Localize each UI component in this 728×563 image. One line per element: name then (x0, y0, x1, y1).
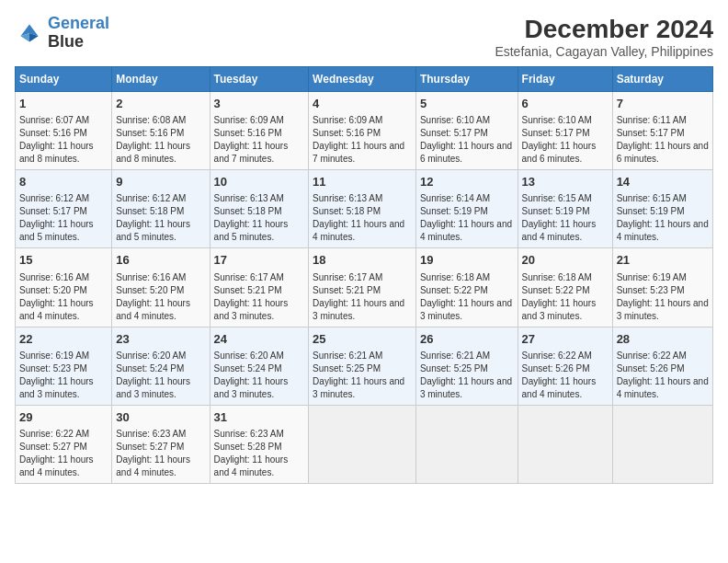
sunrise-time: Sunrise: 6:14 AM (420, 193, 490, 203)
sunset-time: Sunset: 5:25 PM (420, 363, 488, 373)
daylight-hours: Daylight: 11 hours and 3 minutes. (617, 298, 709, 321)
daylight-hours: Daylight: 11 hours and 4 minutes. (19, 454, 94, 477)
daylight-hours: Daylight: 11 hours and 5 minutes. (214, 219, 289, 242)
day-number: 7 (617, 96, 709, 112)
daylight-hours: Daylight: 11 hours and 3 minutes. (116, 376, 190, 399)
col-friday: Friday (518, 67, 612, 92)
sunrise-time: Sunrise: 6:12 AM (19, 193, 89, 203)
day-number: 30 (116, 409, 205, 426)
logo-icon (15, 18, 44, 48)
day-number: 18 (313, 252, 412, 269)
col-tuesday: Tuesday (210, 67, 309, 92)
sunset-time: Sunset: 5:19 PM (617, 206, 685, 216)
sunset-time: Sunset: 5:16 PM (116, 128, 184, 138)
sunset-time: Sunset: 5:25 PM (313, 363, 381, 373)
col-wednesday: Wednesday (309, 67, 416, 92)
sunrise-time: Sunrise: 6:09 AM (214, 115, 284, 125)
sunset-time: Sunset: 5:28 PM (214, 442, 282, 452)
sunrise-time: Sunrise: 6:08 AM (116, 115, 186, 125)
sunrise-time: Sunrise: 6:13 AM (214, 193, 284, 203)
table-row: 11 Sunrise: 6:13 AM Sunset: 5:18 PM Dayl… (309, 170, 416, 248)
sunrise-time: Sunrise: 6:17 AM (313, 272, 382, 282)
daylight-hours: Daylight: 11 hours and 4 minutes. (420, 219, 512, 242)
sunset-time: Sunset: 5:24 PM (116, 363, 184, 373)
table-row: 15 Sunrise: 6:16 AM Sunset: 5:20 PM Dayl… (16, 248, 112, 327)
daylight-hours: Daylight: 11 hours and 3 minutes. (214, 376, 289, 399)
sunrise-time: Sunrise: 6:15 AM (617, 193, 687, 203)
sunrise-time: Sunrise: 6:18 AM (420, 272, 490, 282)
sunset-time: Sunset: 5:16 PM (19, 128, 87, 138)
table-row: 17 Sunrise: 6:17 AM Sunset: 5:21 PM Dayl… (210, 248, 309, 327)
daylight-hours: Daylight: 11 hours and 4 minutes. (214, 454, 289, 477)
sunset-time: Sunset: 5:21 PM (214, 285, 282, 295)
daylight-hours: Daylight: 11 hours and 3 minutes. (420, 376, 512, 399)
daylight-hours: Daylight: 11 hours and 5 minutes. (19, 219, 94, 242)
day-number: 31 (214, 409, 305, 426)
sunset-time: Sunset: 5:16 PM (313, 128, 381, 138)
table-row: 26 Sunrise: 6:21 AM Sunset: 5:25 PM Dayl… (415, 327, 518, 405)
day-number: 17 (214, 252, 305, 269)
day-number: 12 (420, 174, 514, 190)
table-row: 4 Sunrise: 6:09 AM Sunset: 5:16 PM Dayli… (309, 92, 416, 170)
sunset-time: Sunset: 5:20 PM (116, 285, 184, 295)
sunrise-time: Sunrise: 6:21 AM (313, 350, 382, 361)
table-row (309, 405, 416, 483)
day-number: 15 (19, 252, 108, 269)
sunrise-time: Sunrise: 6:16 AM (19, 272, 89, 282)
sunset-time: Sunset: 5:19 PM (522, 206, 590, 216)
daylight-hours: Daylight: 11 hours and 7 minutes. (313, 141, 404, 164)
day-number: 24 (214, 331, 305, 348)
daylight-hours: Daylight: 11 hours and 4 minutes. (617, 219, 709, 242)
calendar-week-1: 1 Sunrise: 6:07 AM Sunset: 5:16 PM Dayli… (16, 92, 713, 170)
title-block: December 2024 Estefania, Cagayan Valley,… (495, 15, 713, 59)
daylight-hours: Daylight: 11 hours and 3 minutes. (522, 298, 597, 321)
day-number: 2 (116, 96, 205, 112)
sunrise-time: Sunrise: 6:15 AM (522, 193, 592, 203)
table-row: 10 Sunrise: 6:13 AM Sunset: 5:18 PM Dayl… (210, 170, 309, 248)
daylight-hours: Daylight: 11 hours and 3 minutes. (313, 376, 404, 399)
daylight-hours: Daylight: 11 hours and 4 minutes. (522, 219, 597, 242)
table-row: 27 Sunrise: 6:22 AM Sunset: 5:26 PM Dayl… (518, 327, 612, 405)
daylight-hours: Daylight: 11 hours and 4 minutes. (19, 298, 94, 321)
sunrise-time: Sunrise: 6:18 AM (522, 272, 592, 282)
day-number: 14 (617, 174, 709, 190)
table-row: 14 Sunrise: 6:15 AM Sunset: 5:19 PM Dayl… (612, 170, 712, 248)
table-row: 30 Sunrise: 6:23 AM Sunset: 5:27 PM Dayl… (112, 405, 210, 483)
logo-text: GeneralBlue (48, 15, 109, 52)
sunset-time: Sunset: 5:20 PM (19, 285, 87, 295)
daylight-hours: Daylight: 11 hours and 8 minutes. (116, 141, 190, 164)
table-row: 9 Sunrise: 6:12 AM Sunset: 5:18 PM Dayli… (112, 170, 210, 248)
day-number: 23 (116, 331, 205, 348)
table-row (612, 405, 712, 483)
table-row: 12 Sunrise: 6:14 AM Sunset: 5:19 PM Dayl… (415, 170, 518, 248)
day-number: 28 (617, 331, 709, 348)
daylight-hours: Daylight: 11 hours and 5 minutes. (116, 219, 190, 242)
daylight-hours: Daylight: 11 hours and 3 minutes. (420, 298, 512, 321)
day-number: 21 (617, 252, 709, 269)
calendar-week-5: 29 Sunrise: 6:22 AM Sunset: 5:27 PM Dayl… (16, 405, 713, 483)
sunrise-time: Sunrise: 6:23 AM (116, 429, 186, 439)
day-number: 5 (420, 96, 514, 112)
sunrise-time: Sunrise: 6:09 AM (313, 115, 382, 125)
sunset-time: Sunset: 5:21 PM (313, 285, 381, 295)
daylight-hours: Daylight: 11 hours and 4 minutes. (617, 376, 709, 399)
daylight-hours: Daylight: 11 hours and 6 minutes. (617, 141, 709, 164)
sunrise-time: Sunrise: 6:17 AM (214, 272, 284, 282)
day-number: 19 (420, 252, 514, 269)
calendar-week-3: 15 Sunrise: 6:16 AM Sunset: 5:20 PM Dayl… (16, 248, 713, 327)
daylight-hours: Daylight: 11 hours and 3 minutes. (214, 298, 289, 321)
calendar-week-2: 8 Sunrise: 6:12 AM Sunset: 5:17 PM Dayli… (16, 170, 713, 248)
sunrise-time: Sunrise: 6:22 AM (522, 350, 592, 361)
sunrise-time: Sunrise: 6:10 AM (420, 115, 490, 125)
day-number: 13 (522, 174, 609, 190)
sunrise-time: Sunrise: 6:20 AM (214, 350, 284, 361)
sunset-time: Sunset: 5:18 PM (116, 206, 184, 216)
day-number: 22 (19, 331, 108, 348)
sunrise-time: Sunrise: 6:19 AM (19, 350, 89, 361)
table-row: 29 Sunrise: 6:22 AM Sunset: 5:27 PM Dayl… (16, 405, 112, 483)
daylight-hours: Daylight: 11 hours and 8 minutes. (19, 141, 94, 164)
daylight-hours: Daylight: 11 hours and 7 minutes. (214, 141, 289, 164)
table-row: 22 Sunrise: 6:19 AM Sunset: 5:23 PM Dayl… (16, 327, 112, 405)
day-number: 25 (313, 331, 412, 348)
col-sunday: Sunday (16, 67, 112, 92)
